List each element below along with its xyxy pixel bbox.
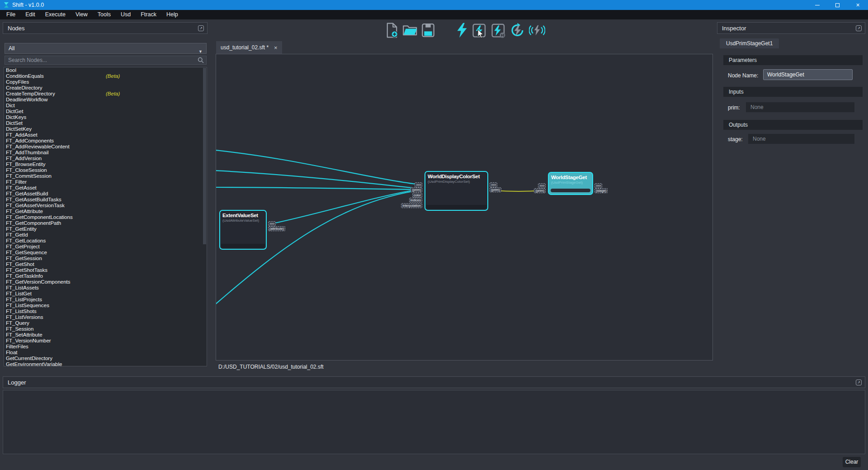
menu-view[interactable]: View (71, 10, 93, 19)
node-list-item[interactable]: FT_Session (4, 326, 207, 332)
menu-execute[interactable]: Execute (40, 10, 71, 19)
node-list-item[interactable]: FT_Filter (4, 179, 207, 185)
tab-close-icon[interactable]: × (274, 45, 278, 51)
logger-popout-icon[interactable]: ↗ (856, 380, 862, 385)
port-attribute[interactable]: (attribute) (268, 226, 285, 231)
node-list-item[interactable]: DictSetKey (4, 126, 207, 132)
node-list-item[interactable]: FT_AddAsset (4, 132, 207, 138)
port-prim[interactable]: (prim) (534, 188, 546, 193)
node-list-item[interactable]: FT_ListAssets (4, 285, 207, 291)
nodes-filter-dropdown[interactable]: All ▼ (5, 43, 207, 54)
port-marker[interactable]: >>> (268, 221, 276, 226)
node-list-item[interactable]: FT_ListShots (4, 309, 207, 314)
new-graph-icon[interactable] (385, 23, 399, 38)
node-list-item[interactable]: CopyFiles (4, 79, 207, 85)
node-list-item[interactable]: FT_GetProject (4, 244, 207, 250)
node-list-item[interactable]: FT_GetShot (4, 261, 207, 267)
menu-edit[interactable]: Edit (20, 10, 40, 19)
node-list-item[interactable]: FT_GetEntity (4, 226, 207, 232)
graph-node-WorldDisplayColorSet[interactable]: WorldDisplayColorSet(UsdPrimDisplayColor… (425, 171, 488, 211)
node-list-item[interactable]: FT_GetId (4, 232, 207, 238)
node-list-item-label: FT_GetShot (6, 261, 34, 267)
node-list-item[interactable]: GetCurrentDirectory (4, 356, 207, 361)
port-marker[interactable]: >>> (490, 182, 497, 187)
graph-node-WorldStageGet[interactable]: WorldStageGet(UsdPrimStageGet) (548, 172, 593, 195)
node-list-item[interactable]: GetEnvironmentVariable (4, 361, 207, 366)
node-list-item[interactable]: DictSet (4, 120, 207, 126)
node-list-item[interactable]: CreateDirectory (4, 85, 207, 91)
nodes-panel-popout-icon[interactable]: ↗ (198, 25, 204, 31)
node-list-item[interactable]: FT_GetLocations (4, 238, 207, 244)
port-stage[interactable]: (stage) (594, 188, 608, 193)
node-list-item[interactable]: FT_ListProjects (4, 297, 207, 303)
port-marker[interactable]: >>> (415, 182, 422, 187)
port-marker[interactable]: >>> (594, 183, 602, 188)
menu-help[interactable]: Help (161, 10, 183, 19)
node-list-item[interactable]: FT_AddReviewableContent (4, 144, 207, 150)
restore-button[interactable] (827, 0, 848, 10)
port-color[interactable]: color (412, 193, 422, 198)
stage-output-value[interactable]: None (748, 134, 854, 144)
node-list-item[interactable]: FT_ListSequences (4, 303, 207, 309)
node-list-item[interactable]: FT_GetAssetBuild (4, 191, 207, 197)
node-list-item[interactable]: CreateTempDirectory(Beta) (4, 91, 207, 97)
search-input[interactable] (5, 57, 198, 63)
port-interpolation[interactable]: interpolation (401, 203, 422, 208)
port-prim[interactable]: (prim) (410, 187, 422, 192)
node-list-item[interactable]: FilterFiles (4, 344, 207, 350)
node-list-item[interactable]: FT_GetShotTasks (4, 267, 207, 273)
node-list-item[interactable]: FT_ListVersions (4, 314, 207, 320)
tab-usd-tutorial-02[interactable]: usd_tutorial_02.sft * × (216, 41, 282, 54)
menu-tools[interactable]: Tools (93, 10, 116, 19)
inspector-popout-icon[interactable]: ↗ (856, 25, 862, 31)
node-name-input[interactable] (763, 69, 853, 80)
node-list-item[interactable]: FT_GetAssetVersionTask (4, 203, 207, 209)
open-graph-icon[interactable] (402, 23, 418, 38)
logger-clear-button[interactable]: Clear (843, 457, 861, 467)
node-list-item[interactable]: FT_GetSession (4, 256, 207, 261)
minimize-button[interactable] (807, 0, 827, 10)
node-list-item[interactable]: FT_GetSequence (4, 250, 207, 256)
execute-live-icon[interactable] (529, 22, 545, 38)
node-list-item[interactable]: FT_CloseSession (4, 167, 207, 173)
node-list-item[interactable]: FT_CommitSession (4, 173, 207, 179)
node-list-item[interactable]: FT_GetAssetBuildTasks (4, 197, 207, 203)
node-list-item[interactable]: FT_SetAttribute (4, 332, 207, 338)
port-prim[interactable]: (prim) (490, 187, 501, 192)
port-marker[interactable]: >>> (538, 183, 546, 188)
menu-usd[interactable]: Usd (116, 10, 136, 19)
node-list-item[interactable]: FT_ListGet (4, 291, 207, 297)
port-indices[interactable]: indices (409, 198, 422, 203)
node-list-item[interactable]: FT_GetTaskInfo (4, 273, 207, 279)
node-list-item[interactable]: Dict (4, 103, 207, 109)
execute-refresh-icon[interactable] (510, 22, 525, 38)
graph-canvas[interactable]: ExtentValueSet(UsdAttributeValueSet)>>>(… (216, 54, 713, 361)
save-graph-icon[interactable] (421, 23, 435, 38)
node-list-item[interactable]: FT_AddVersion (4, 156, 207, 161)
prim-input-value[interactable]: None (746, 102, 854, 112)
node-list-item[interactable]: FT_GetAttribute (4, 209, 207, 214)
node-list-item[interactable]: FT_BrowseEntity (4, 161, 207, 167)
node-list-item[interactable]: FT_VersionNumber (4, 338, 207, 344)
close-button[interactable]: × (848, 0, 868, 10)
node-list-item[interactable]: DictKeys (4, 114, 207, 120)
node-list-item[interactable]: FT_GetComponentLocations (4, 214, 207, 220)
execute-until-node-icon[interactable] (491, 22, 506, 38)
menu-file[interactable]: File (1, 10, 20, 19)
node-list-item[interactable]: DeadlineWorkflow (4, 97, 207, 103)
nodes-list-scrollbar[interactable] (203, 68, 206, 244)
node-list-item[interactable]: DictGet (4, 109, 207, 114)
node-list-item[interactable]: Bool (4, 67, 207, 73)
node-list-item[interactable]: FT_GetAsset (4, 185, 207, 191)
menu-ftrack[interactable]: Ftrack (136, 10, 161, 19)
node-list-item[interactable]: FT_Query (4, 320, 207, 326)
execute-graph-icon[interactable] (456, 22, 468, 38)
node-list-item[interactable]: Float (4, 350, 207, 356)
node-list-item[interactable]: FT_AddComponents (4, 138, 207, 144)
node-list-item[interactable]: FT_GetVersionComponents (4, 279, 207, 285)
inspector-node-tab[interactable]: UsdPrimStageGet1 (720, 38, 779, 48)
graph-node-ExtentValueSet[interactable]: ExtentValueSet(UsdAttributeValueSet) (219, 210, 267, 250)
node-list-item[interactable]: FT_AddThumbnail (4, 150, 207, 156)
node-list-item[interactable]: ConditionEquals(Beta) (4, 73, 207, 79)
node-list-item[interactable]: FT_GetComponentPath (4, 220, 207, 226)
